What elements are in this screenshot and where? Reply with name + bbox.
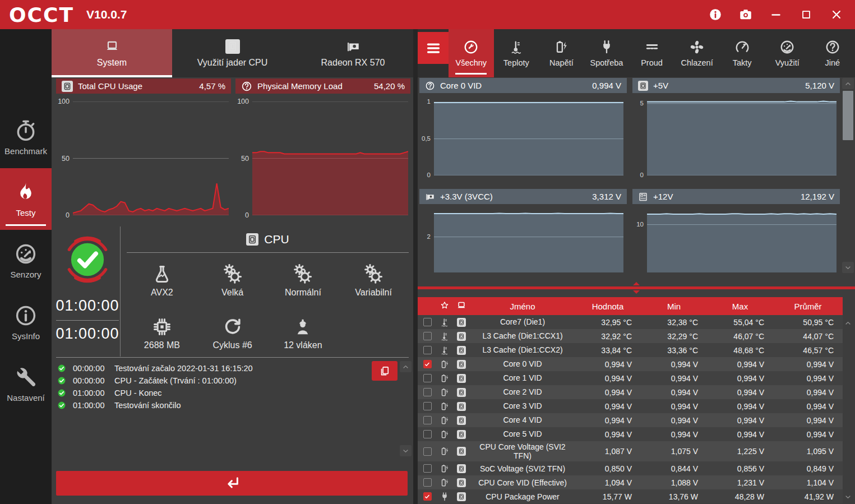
allsensors-icon: [463, 39, 479, 55]
sensor-select-checkbox[interactable]: [423, 478, 432, 487]
sensor-row-core-1-vid[interactable]: Core 1 VID0,994 V0,994 V0,994 V0,994 V: [418, 371, 843, 385]
sensor-value: 33,84 °C: [575, 346, 641, 355]
close-icon: [829, 7, 844, 22]
sensor-min: 1,075 V: [641, 447, 707, 456]
sidebar-item-benchmark[interactable]: Benchmark: [0, 107, 52, 168]
sensor-row-core-4-vid[interactable]: Core 4 VID0,994 V0,994 V0,994 V0,994 V: [418, 413, 843, 427]
sensor-tab-label: Proud: [641, 58, 663, 67]
screenshot-button[interactable]: [735, 4, 756, 25]
sensor-select-checkbox[interactable]: [423, 430, 432, 438]
splitter-up-arrow[interactable]: [633, 282, 640, 285]
sensor-select-checkbox[interactable]: [423, 374, 432, 382]
chart-value: 12,192 V: [801, 192, 834, 201]
titlebar: OCCT V10.0.7: [0, 0, 855, 29]
sensor-avg: 0,994 V: [773, 416, 843, 425]
sensor-select-checkbox[interactable]: [423, 388, 432, 396]
column-header-value[interactable]: Hodnota: [575, 302, 641, 311]
config-avx2[interactable]: AVX2: [127, 256, 197, 306]
copy-log-button[interactable]: [372, 361, 398, 381]
sensor-table: Core7 (Die1)32,95 °C32,38 °C55,04 °C50,9…: [418, 315, 843, 504]
sensor-select-checkbox[interactable]: [423, 416, 432, 424]
charts-scroll-down-button[interactable]: [842, 262, 854, 273]
sensor-min: 0,994 V: [641, 388, 707, 397]
config-variabilni[interactable]: Variabilní: [338, 256, 409, 306]
sidebar-item-testy[interactable]: Testy: [0, 168, 52, 230]
sensor-row-soc-voltage-svi2-tfn[interactable]: SoC Voltage (SVI2 TFN)0,850 V0,844 V0,85…: [418, 461, 843, 475]
sidebar-item-sysinfo[interactable]: SysInfo: [0, 292, 52, 353]
sensor-menu-button[interactable]: [418, 32, 449, 64]
screen-icon: [457, 374, 466, 383]
sensor-row-cpu-core-vid-effective[interactable]: CPU Core VID (Effective)1,094 V1,088 V1,…: [418, 475, 843, 489]
config-12-vlaken[interactable]: 12 vláken: [268, 309, 339, 358]
run-test-button[interactable]: [56, 471, 408, 496]
column-header-avg[interactable]: Průměr: [773, 302, 843, 311]
sensor-row-cpu-core-voltage-svi2-tfn[interactable]: CPU Core Voltage (SVI2 TFN)1,087 V1,075 …: [418, 441, 843, 461]
sensor-select-checkbox[interactable]: [423, 492, 432, 501]
sidebar-item-nastaveni[interactable]: Nastavení: [0, 353, 52, 415]
tab-vyuziti-jader-cpu[interactable]: Využití jader CPU: [172, 29, 293, 77]
sensor-select-checkbox[interactable]: [423, 464, 432, 473]
sensor-tab-proud[interactable]: Proud: [629, 29, 674, 77]
axis-tick-label: 2: [427, 234, 431, 241]
sensor-select-checkbox[interactable]: [423, 360, 432, 368]
splitter-bar[interactable]: [418, 286, 855, 289]
sensor-tab-chlazeni[interactable]: Chlazení: [674, 29, 720, 77]
sensor-select-checkbox[interactable]: [423, 346, 432, 354]
sensor-tab-vsechny[interactable]: Všechny: [449, 29, 494, 77]
maximize-button[interactable]: [796, 4, 817, 25]
sensor-min: 1,088 V: [641, 478, 707, 487]
tab-radeon-rx-570[interactable]: Radeon RX 570: [293, 29, 413, 77]
config-row-2: 2688 MBCyklus #612 vláken: [127, 306, 409, 358]
sensor-row-core-5-vid[interactable]: Core 5 VID0,994 V0,994 V0,994 V0,994 V: [418, 427, 843, 441]
sensor-row-core7-die1[interactable]: Core7 (Die1)32,95 °C32,38 °C55,04 °C50,9…: [418, 315, 843, 329]
sensor-avg: 1,104 V: [773, 478, 843, 487]
sensor-tab-napeti[interactable]: Napětí: [539, 29, 584, 77]
log-message: Testování začalo 2022-01-31 16:15:20: [114, 364, 253, 373]
minimize-button[interactable]: [765, 4, 787, 25]
sensor-row-core-2-vid[interactable]: Core 2 VID0,994 V0,994 V0,994 V0,994 V: [418, 385, 843, 399]
column-header-name[interactable]: Jméno: [470, 302, 575, 311]
sensor-select-checkbox[interactable]: [423, 318, 432, 326]
sensor-tab-teploty[interactable]: Teploty: [494, 29, 539, 77]
log-scroll-up-button[interactable]: [400, 361, 412, 372]
config-normalni[interactable]: Normální: [268, 256, 339, 306]
config-2688-mb[interactable]: 2688 MB: [127, 309, 197, 358]
info-filled-icon: [708, 7, 723, 22]
sidebar-item-senzory[interactable]: Senzory: [0, 230, 52, 292]
sensor-row-core-3-vid[interactable]: Core 3 VID0,994 V0,994 V0,994 V0,994 V: [418, 399, 843, 413]
sensor-tab-takty[interactable]: Takty: [719, 29, 765, 77]
panel-splitter[interactable]: [418, 283, 855, 294]
config-label: AVX2: [151, 288, 173, 298]
table-scroll-down-button[interactable]: [842, 491, 854, 502]
sensor-row-l3-cache-die1-ccx1[interactable]: L3 Cache (Die1:CCX1)32,92 °C32,29 °C46,0…: [418, 329, 843, 343]
charts-scrollbar-thumb[interactable]: [843, 91, 853, 140]
sensor-tab-spotreba[interactable]: Spotřeba: [584, 29, 630, 77]
splitter-down-arrow[interactable]: [633, 290, 640, 294]
tab-system[interactable]: System: [52, 29, 172, 77]
sensor-select-checkbox[interactable]: [423, 332, 432, 340]
config-velka[interactable]: Velká: [197, 256, 268, 306]
config-label: 2688 MB: [144, 340, 180, 350]
info-button[interactable]: [705, 4, 726, 25]
sensor-tab-jine[interactable]: Jiné: [810, 29, 855, 77]
table-scroll-up-button[interactable]: [842, 317, 854, 329]
column-header-min[interactable]: Min: [641, 302, 707, 311]
log-scroll-down-button[interactable]: [400, 445, 412, 456]
tab-label: System: [97, 58, 127, 68]
power-icon: [440, 492, 450, 502]
sensor-tab-vyuziti[interactable]: Využití: [765, 29, 810, 77]
column-header-max[interactable]: Max: [707, 302, 773, 311]
up-arrow-icon: [844, 80, 852, 88]
config-cyklus-6[interactable]: Cyklus #6: [197, 309, 268, 358]
sensor-select-checkbox[interactable]: [423, 402, 432, 410]
sensor-max: 0,856 V: [707, 464, 773, 473]
close-button[interactable]: [826, 4, 847, 25]
sensor-row-core-0-vid[interactable]: Core 0 VID0,994 V0,994 V0,994 V0,994 V: [418, 357, 843, 371]
sensor-row-cpu-package-power[interactable]: CPU Package Power15,77 W13,76 W48,28 W41…: [418, 489, 843, 503]
sensor-value: 15,77 W: [575, 492, 641, 501]
charts-scroll-up-button[interactable]: [842, 78, 854, 89]
sensor-name: Core7 (Die1): [470, 316, 575, 327]
sensor-row-l3-cache-die1-ccx2[interactable]: L3 Cache (Die1:CCX2)33,84 °C33,36 °C48,6…: [418, 343, 843, 357]
sensor-select-checkbox[interactable]: [423, 447, 432, 456]
gears-icon: [223, 264, 243, 284]
